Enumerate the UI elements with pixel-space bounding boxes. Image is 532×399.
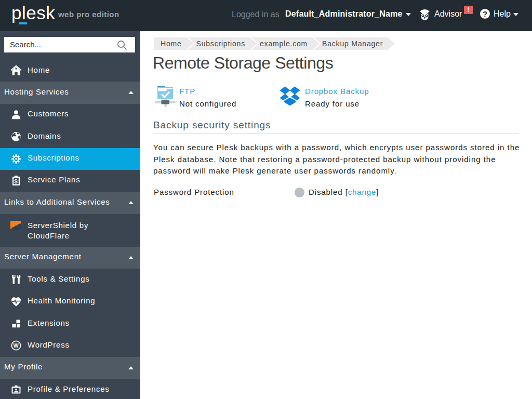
svg-text:CF: CF [12, 227, 19, 231]
svg-text:$: $ [15, 178, 18, 184]
svg-text:W: W [14, 342, 19, 349]
